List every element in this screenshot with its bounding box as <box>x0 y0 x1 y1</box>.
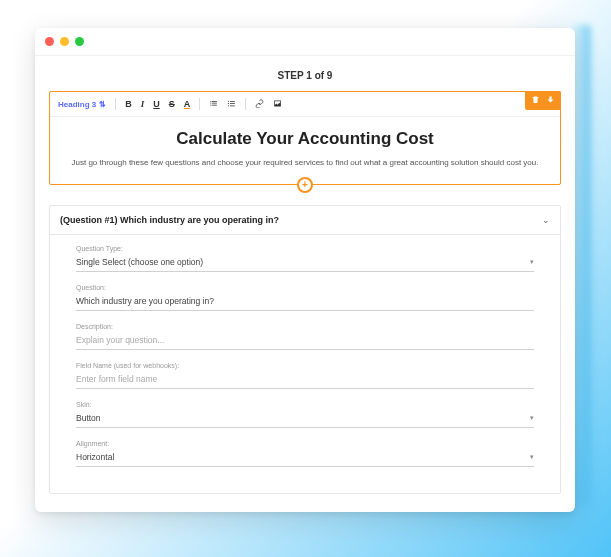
link-button[interactable] <box>255 99 264 110</box>
add-block-button[interactable]: + <box>297 177 313 193</box>
description-label: Description: <box>76 323 534 330</box>
question-type-select[interactable]: Single Select (choose one option) ▾ <box>76 255 534 272</box>
chevron-down-icon: ⌄ <box>542 215 550 225</box>
heading-level-select[interactable]: Heading 3 ⇅ <box>58 100 106 109</box>
description-group: Description: Explain your question... <box>76 323 534 350</box>
alignment-group: Alignment: Horizontal ▾ <box>76 440 534 467</box>
skin-group: Skin: Button ▾ <box>76 401 534 428</box>
image-button[interactable] <box>273 99 282 110</box>
question-type-label: Question Type: <box>76 245 534 252</box>
ordered-list-button[interactable] <box>209 99 218 110</box>
caret-icon: ▾ <box>530 453 534 461</box>
text-color-button[interactable]: A <box>184 100 191 109</box>
svg-point-2 <box>228 105 229 106</box>
question-type-group: Question Type: Single Select (choose one… <box>76 245 534 272</box>
question-title: (Question #1) Which industry are you ope… <box>60 215 279 225</box>
content-area: STEP 1 of 9 Heading 3 ⇅ B I U S <box>35 56 575 512</box>
heading-level-label: Heading 3 <box>58 100 96 109</box>
question-header[interactable]: (Question #1) Which industry are you ope… <box>50 206 560 235</box>
bold-button[interactable]: B <box>125 100 132 109</box>
svg-point-0 <box>228 100 229 101</box>
question-text-input[interactable]: Which industry are you operating in? <box>76 294 534 311</box>
page-title: Calculate Your Accounting Cost <box>70 129 540 149</box>
heading-content[interactable]: Calculate Your Accounting Cost Just go t… <box>50 117 560 184</box>
fieldname-group: Field Name (used for webhooks): Enter fo… <box>76 362 534 389</box>
caret-icon: ▾ <box>530 414 534 422</box>
alignment-value: Horizontal <box>76 452 114 462</box>
delete-icon[interactable] <box>531 95 540 106</box>
caret-icon: ▾ <box>530 258 534 266</box>
underline-button[interactable]: U <box>153 100 160 109</box>
question-text-group: Question: Which industry are you operati… <box>76 284 534 311</box>
app-window: STEP 1 of 9 Heading 3 ⇅ B I U S <box>35 28 575 512</box>
fieldname-label: Field Name (used for webhooks): <box>76 362 534 369</box>
window-titlebar <box>35 28 575 56</box>
step-indicator: STEP 1 of 9 <box>49 66 561 91</box>
page-subtitle: Just go through these few questions and … <box>70 157 540 168</box>
close-icon[interactable] <box>45 37 54 46</box>
updown-icon: ⇅ <box>99 100 106 109</box>
text-toolbar: Heading 3 ⇅ B I U S A <box>50 92 560 117</box>
alignment-label: Alignment: <box>76 440 534 447</box>
strike-button[interactable]: S <box>169 100 175 109</box>
fieldname-input[interactable]: Enter form field name <box>76 372 534 389</box>
question-type-value: Single Select (choose one option) <box>76 257 203 267</box>
heading-editor-block: Heading 3 ⇅ B I U S A <box>49 91 561 185</box>
move-down-icon[interactable] <box>546 95 555 106</box>
minimize-icon[interactable] <box>60 37 69 46</box>
skin-label: Skin: <box>76 401 534 408</box>
alignment-select[interactable]: Horizontal ▾ <box>76 450 534 467</box>
block-actions <box>525 91 561 110</box>
svg-point-1 <box>228 102 229 103</box>
description-input[interactable]: Explain your question... <box>76 333 534 350</box>
italic-button[interactable]: I <box>141 100 145 109</box>
unordered-list-button[interactable] <box>227 99 236 110</box>
question-body: Question Type: Single Select (choose one… <box>50 235 560 493</box>
maximize-icon[interactable] <box>75 37 84 46</box>
skin-select[interactable]: Button ▾ <box>76 411 534 428</box>
skin-value: Button <box>76 413 101 423</box>
question-text-label: Question: <box>76 284 534 291</box>
question-panel: (Question #1) Which industry are you ope… <box>49 205 561 494</box>
